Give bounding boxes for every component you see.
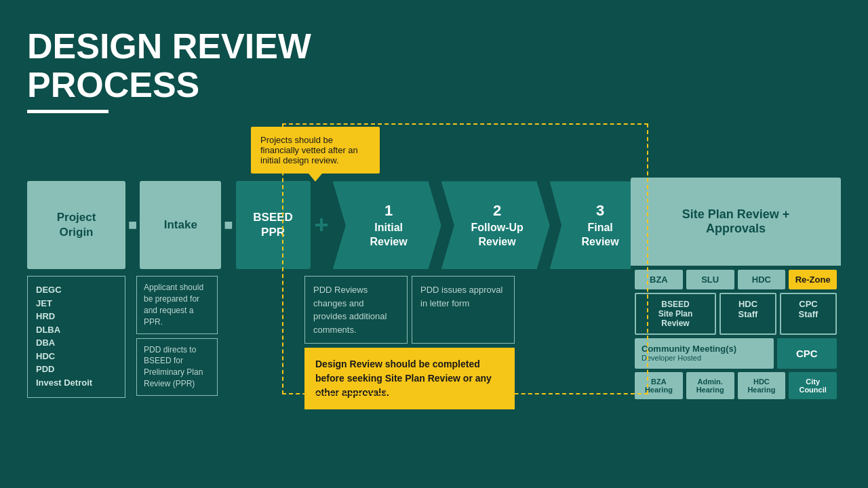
cell-admin-hearing: Admin.Hearing <box>686 372 734 399</box>
flow-area: Projects should be financially vetted af… <box>27 127 841 468</box>
tooltip-bubble: Projects should be financially vetted af… <box>251 127 380 174</box>
connector-2: ■ <box>221 181 235 269</box>
detail-intake-1: Applicant should be prepared for and req… <box>136 276 218 333</box>
cell-hdc-staff: HDCStaff <box>719 293 776 335</box>
grid-row-1: BZA SLU HDC Re-Zone <box>635 270 837 289</box>
title-section: DESIGN REVIEW PROCESS <box>27 27 841 113</box>
pdd-changes-box: PDD Reviews changes and provides additio… <box>304 276 408 344</box>
main-title: DESIGN REVIEW PROCESS <box>27 27 841 104</box>
cell-city-council: CityCouncil <box>789 372 837 399</box>
page-container: DESIGN REVIEW PROCESS Projects should be… <box>0 0 868 488</box>
cell-cpc: CPC <box>777 338 837 369</box>
cell-bseed-spr: BSEEDSite PlanReview <box>635 293 716 335</box>
detail-origin: DEGC JET HRD DLBA DBA HDC PDD Invest Det… <box>27 276 125 398</box>
right-panel-title: Site Plan Review +Approvals <box>631 178 841 266</box>
plus-sign: + <box>311 181 333 269</box>
detail-intake-2: PDD directs to BSEED for Preliminary Pla… <box>136 338 218 396</box>
grid-row-community: Community Meeting(s) Developer Hosted CP… <box>635 338 837 369</box>
right-panel: Site Plan Review +Approvals BZA SLU HDC … <box>631 178 841 403</box>
cell-community: Community Meeting(s) Developer Hosted <box>635 338 774 369</box>
cell-slu: SLU <box>686 270 734 289</box>
cell-bza: BZA <box>635 270 683 289</box>
cell-hdc-hearing: HDCHearing <box>738 372 786 399</box>
right-panel-grid: BZA SLU HDC Re-Zone BSEEDSite PlanReview… <box>631 266 841 403</box>
connector-1: ■ <box>125 181 140 269</box>
cell-cpc-staff: CPCStaff <box>780 293 837 335</box>
warning-box: Design Review should be completed before… <box>304 348 515 409</box>
pdd-detail-row: PDD Reviews changes and provides additio… <box>304 276 515 344</box>
step-1: 1 InitialReview <box>333 181 441 269</box>
title-underline <box>27 110 108 113</box>
grid-row-2: BSEEDSite PlanReview HDCStaff CPCStaff <box>635 293 837 335</box>
step-2: 2 Follow-UpReview <box>441 181 550 269</box>
grid-row-4: BZAHearing Admin.Hearing HDCHearing City… <box>635 372 837 399</box>
cell-rezone: Re-Zone <box>789 270 837 289</box>
step-origin: ProjectOrigin <box>27 181 125 269</box>
step-bseed: BSEEDPPR <box>236 181 311 269</box>
step-intake: Intake <box>140 181 221 269</box>
detail-intake: Applicant should be prepared for and req… <box>136 276 218 395</box>
detail-pdd: PDD Reviews changes and provides additio… <box>304 276 515 409</box>
pdd-issues-box: PDD issues approval in letter form <box>412 276 515 344</box>
cell-hdc: HDC <box>738 270 786 289</box>
cell-bza-hearing: BZAHearing <box>635 372 683 399</box>
